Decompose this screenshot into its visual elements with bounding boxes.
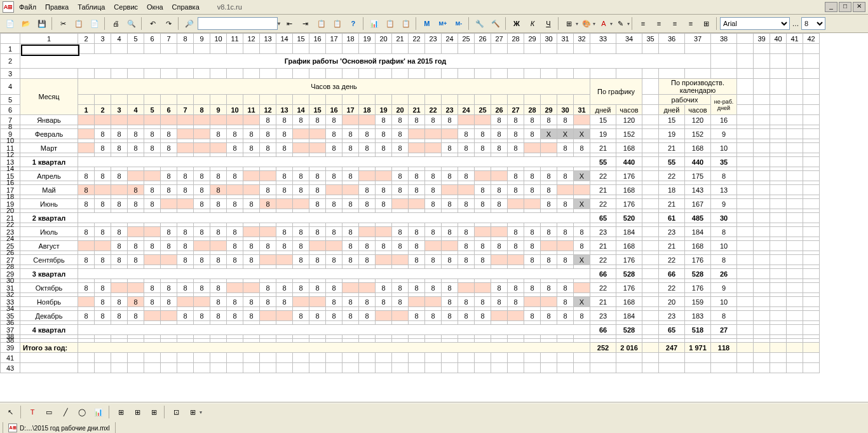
bb-grid3[interactable]: ⊞ [146,404,161,420]
tb-help[interactable]: ? [346,16,361,31]
bb-ellipse[interactable]: ◯ [74,404,90,420]
tb-italic[interactable]: К [525,16,540,31]
menu-file[interactable]: Файл [15,2,40,12]
tab-icon: А⊞ [8,423,17,432]
tb-search-input[interactable] [198,17,278,30]
document-tab[interactable]: А⊞ D:…\2015 год рабочие дни.mxl [3,422,116,433]
close-button[interactable]: ✕ [853,2,865,12]
tab-label: D:…\2015 год рабочие дни.mxl [20,425,110,432]
bb-chart[interactable]: 📊 [91,404,106,420]
tb-undo[interactable]: ↶ [145,16,160,31]
tb-redo[interactable]: ↷ [161,16,176,31]
tb-calc[interactable]: 📊 [367,16,382,31]
tb-m[interactable]: M [419,16,435,31]
bb-rect[interactable]: ▭ [41,404,57,420]
tb-border[interactable]: ⊞ [562,16,577,31]
tb-replace[interactable]: 📋 [314,16,329,31]
tb-underline[interactable]: Ч [541,16,556,31]
menu-bar: А⊞ Файл Правка Таблица Сервис Окна Справ… [0,0,868,15]
tb-mminus[interactable]: M- [451,16,466,31]
tb-findnext[interactable]: ⇤ [282,16,297,31]
size-select[interactable]: 8 [801,17,825,30]
bb-fix[interactable]: ⊞ [185,404,200,420]
tb-paste[interactable]: 📄 [87,16,102,31]
tb-align-c[interactable]: ≡ [651,16,667,31]
tb-fontpick[interactable]: … [790,16,801,31]
tb-find[interactable]: 🔎 [182,16,197,31]
tb-copy2[interactable]: 📋 [383,16,398,31]
tb-align-l[interactable]: ≡ [635,16,651,31]
menu-windows[interactable]: Окна [143,2,167,12]
bb-grid1[interactable]: ⊞ [113,404,128,420]
tb-print[interactable]: 🖨 [108,16,123,31]
menu-help[interactable]: Справка [168,2,203,12]
tb-fill[interactable]: 🎨 [579,16,594,31]
tb-new[interactable]: 📄 [3,16,18,31]
menu-service[interactable]: Сервис [110,2,142,12]
tb-tool1[interactable]: 🔧 [472,16,487,31]
tb-findprev[interactable]: ⇥ [298,16,313,31]
tb-copy[interactable]: 📋 [71,16,86,31]
url-label: v8.1c.ru [217,3,242,11]
tb-tool2[interactable]: 🔨 [488,16,503,31]
tb-goto[interactable]: 📋 [330,16,345,31]
bb-scale[interactable]: ⊡ [168,404,184,420]
tb-brush[interactable]: ✎ [613,16,628,31]
bb-line[interactable]: ╱ [58,404,73,420]
bottom-toolbar: ↖ T ▭ ╱ ◯ 📊 ⊞ ⊞ ⊞ ⊡ ⊞▾ [0,402,868,421]
app-logo: А⊞ [3,1,14,13]
font-select[interactable]: Arial [720,17,790,30]
toolbar: 📄 📂 💾 ✂ 📋 📄 🖨 🔍 ↶ ↷ 🔎 ▼ ⇤ ⇥ 📋 📋 ? 📊 📋 📋 … [0,15,868,33]
tb-cut[interactable]: ✂ [55,16,71,31]
menu-table[interactable]: Таблица [74,2,109,12]
tb-open[interactable]: 📂 [18,16,34,31]
tb-bold[interactable]: Ж [509,16,524,31]
tb-align-j[interactable]: ≡ [683,16,698,31]
bb-text[interactable]: T [25,404,40,420]
tb-align-r[interactable]: ≡ [667,16,682,31]
menu-edit[interactable]: Правка [41,2,72,12]
tb-merge[interactable]: ⊞ [699,16,714,31]
bb-pointer[interactable]: ↖ [3,404,18,420]
maximize-button[interactable]: □ [839,2,851,12]
bb-grid2[interactable]: ⊞ [130,404,145,420]
tb-fontcolor[interactable]: A [596,16,611,31]
tab-bar: А⊞ D:…\2015 год рабочие дни.mxl [0,421,868,433]
tb-preview[interactable]: 🔍 [124,16,139,31]
tb-save[interactable]: 💾 [34,16,50,31]
spreadsheet-grid[interactable]: 1234567891011121314151617181920212223242… [0,33,868,402]
tb-mplus[interactable]: M+ [435,16,451,31]
minimize-button[interactable]: _ [825,2,837,12]
tb-paste2[interactable]: 📋 [398,16,414,31]
